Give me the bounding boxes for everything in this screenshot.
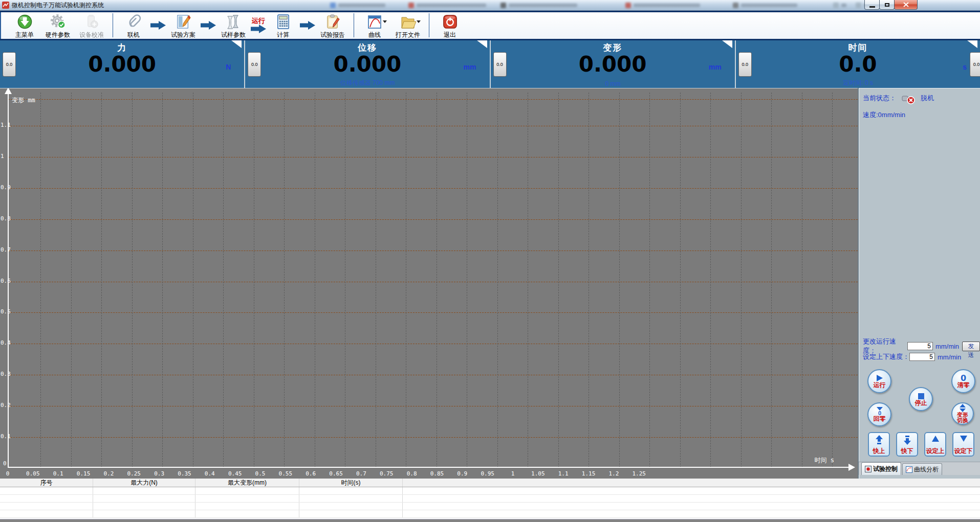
x-tick-label: 0.7 <box>356 470 366 477</box>
round-button-2[interactable]: 停止 <box>909 387 933 411</box>
v-gridline <box>162 93 163 467</box>
close-button[interactable] <box>894 0 918 10</box>
stop-icon <box>918 393 925 400</box>
x-tick-label: 0.3 <box>154 470 164 477</box>
table-cell <box>195 495 299 502</box>
toolbar-button-12[interactable]: 试验报告 <box>320 13 345 39</box>
updown-speed-unit: mm/min <box>938 353 961 361</box>
round-button-1[interactable]: 0清零 <box>951 369 975 393</box>
y-tick-label: 0.3 <box>1 371 11 377</box>
jog-button-label: 快上 <box>873 448 885 455</box>
updown-speed-input[interactable] <box>909 353 935 361</box>
test-control-icon <box>865 466 872 472</box>
table-header-cell: 最大力(N) <box>93 479 195 487</box>
v-gridline <box>406 93 406 467</box>
x-tick-label: 0.95 <box>481 470 494 477</box>
v-gridline <box>528 93 528 467</box>
jog-button-3[interactable]: 设定下 <box>952 432 974 457</box>
h-gridline <box>8 375 858 375</box>
toolbar-button-2: 设备校准 <box>79 13 104 39</box>
corner-notch-icon <box>967 40 977 48</box>
y-tick-label: 0.4 <box>1 339 11 346</box>
toolbar-button-1[interactable]: 硬件参数 <box>46 13 70 39</box>
jog-button-0[interactable]: 快上 <box>868 432 890 457</box>
main-menu-icon <box>17 13 33 30</box>
open-file-icon <box>400 13 416 30</box>
blurred-window-title <box>408 2 486 9</box>
test-report-icon <box>325 13 341 30</box>
side-tab-bar: 试验控制曲线分析 <box>859 462 980 475</box>
toolbar-button-10[interactable]: 计算 <box>271 13 295 39</box>
toolbar-button-17[interactable]: 退出 <box>438 13 462 39</box>
jog-button-1[interactable]: 快下 <box>896 432 918 457</box>
peak-value-box: 0.0 <box>248 52 261 77</box>
restore-button[interactable] <box>879 0 895 10</box>
x-tick-label: 0.25 <box>127 470 141 477</box>
v-gridline <box>132 93 133 467</box>
v-gridline <box>589 93 589 467</box>
toolbar-button-0[interactable]: 主菜单 <box>13 13 36 39</box>
dropdown-caret-icon[interactable] <box>383 20 387 23</box>
toolbar-button-14[interactable]: 曲线 <box>363 13 386 39</box>
h-gridline <box>8 312 858 313</box>
jog-button-2[interactable]: 设定上 <box>924 432 946 457</box>
x-tick-label: 1.25 <box>633 470 646 477</box>
toolbar-button-label: 试样参数 <box>221 31 246 39</box>
table-cell <box>93 510 195 517</box>
x-tick-label: 1.05 <box>531 470 545 477</box>
round-button-0[interactable]: 运行 <box>867 369 891 393</box>
toolbar-button-label: 主菜单 <box>15 31 34 39</box>
round-button-label: 变形切换 <box>956 412 969 423</box>
toolbar-button-label: 联机 <box>127 31 140 39</box>
h-gridline <box>8 406 858 406</box>
x-tick-label: 1.15 <box>582 470 596 477</box>
toolbar-button-8[interactable]: 试样参数 <box>221 13 246 39</box>
workflow-arrow-icon: 运行 <box>251 13 266 37</box>
y-tick-label: 1 <box>1 153 4 160</box>
updown-speed-label: 设定上下速度： <box>863 352 909 361</box>
dropdown-caret-icon[interactable] <box>417 20 421 23</box>
x-axis-arrow-icon <box>848 464 855 471</box>
send-button[interactable]: 发送 <box>962 342 980 351</box>
readout-unit: s <box>963 63 967 71</box>
table-cell <box>195 487 299 494</box>
curve-analysis-icon <box>906 466 912 473</box>
fast-up-icon <box>875 435 883 445</box>
v-gridline <box>619 93 620 467</box>
set-up-icon <box>931 435 940 442</box>
blurred-window-title <box>833 2 846 9</box>
connect-icon <box>126 13 142 30</box>
toolbar: 主菜单硬件参数设备校准联机试验方案试样参数运行计算试验报告曲线打开文件退出 <box>0 12 980 39</box>
x-tick-label: 0.35 <box>178 470 191 477</box>
table-cell <box>195 510 299 517</box>
minimize-button[interactable] <box>864 0 880 10</box>
close-icon <box>903 2 909 7</box>
device-calibration-icon <box>84 13 100 30</box>
jog-button-label: 设定上 <box>926 448 945 455</box>
app-icon <box>2 2 9 9</box>
round-button-3[interactable]: 0回零 <box>867 402 891 426</box>
toolbar-button-6[interactable]: 试验方案 <box>171 13 195 39</box>
round-button-4[interactable]: 变形切换 <box>951 402 974 425</box>
toolbar-button-15[interactable]: 打开文件 <box>396 13 420 39</box>
table-cell <box>403 503 980 510</box>
blurred-window-title <box>625 2 700 9</box>
x-tick-label: 0.55 <box>279 470 293 477</box>
peak-value-box: 0.0 <box>493 52 507 77</box>
run-speed-input[interactable] <box>907 342 933 350</box>
toolbar-separator <box>429 13 429 37</box>
side-tab-0[interactable]: 试验控制 <box>861 462 901 475</box>
h-gridline <box>8 437 858 438</box>
v-gridline <box>558 93 559 467</box>
toolbar-button-4[interactable]: 联机 <box>122 13 145 39</box>
x-tick-label: 0.15 <box>77 470 91 477</box>
offline-icon <box>901 92 916 104</box>
results-table: 序号最大力(N)最大变形(mm)时间(s) <box>0 479 980 519</box>
x-tick-label: 0.8 <box>407 470 417 477</box>
deform-switch-icon <box>959 404 966 412</box>
x-tick-label: 0.6 <box>306 470 316 477</box>
v-gridline <box>223 93 224 467</box>
blurred-window-title <box>500 2 577 9</box>
readout-panel-0: 0.0力0.000N <box>0 40 245 88</box>
side-tab-1[interactable]: 曲线分析 <box>902 463 942 475</box>
